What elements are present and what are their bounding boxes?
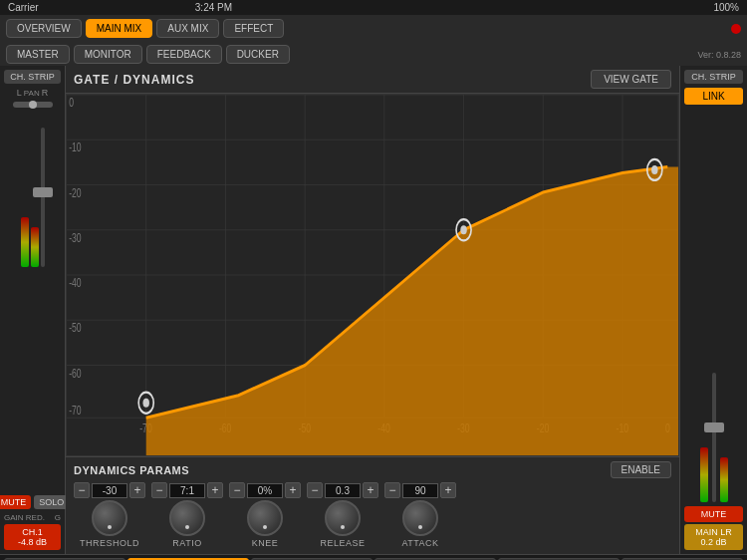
- right-mute-button[interactable]: MUTE: [684, 506, 743, 522]
- tab-overview[interactable]: OVERVIEW: [6, 19, 82, 38]
- svg-point-36: [651, 165, 657, 174]
- threshold-decrement[interactable]: −: [74, 482, 90, 498]
- release-increment[interactable]: +: [363, 482, 378, 498]
- pan-slider[interactable]: [13, 102, 53, 108]
- ratio-increment[interactable]: +: [207, 482, 223, 498]
- attack-increment[interactable]: +: [440, 482, 456, 498]
- tab-master[interactable]: MASTER: [6, 45, 70, 64]
- tab-feedback[interactable]: FEEDBACK: [146, 45, 222, 64]
- ratio-knob[interactable]: [169, 500, 205, 536]
- meter-bar-left: [21, 217, 29, 267]
- gain-red-label: GAIN RED.: [4, 513, 45, 522]
- meter-bar-right: [31, 227, 39, 267]
- right-channel-strip: CH. STRIP LINK MUTE MAIN LR 0.2 dB: [679, 66, 747, 554]
- tab-aux-mix[interactable]: AUX MIX: [156, 19, 219, 38]
- attack-value: 90: [402, 483, 438, 498]
- pan-left-label: L: [17, 88, 22, 98]
- svg-text:-10: -10: [69, 141, 82, 154]
- right-fader-knob[interactable]: [704, 422, 724, 432]
- enable-button[interactable]: ENABLE: [611, 461, 671, 478]
- status-bar: Carrier 3:24 PM 100%: [0, 0, 747, 15]
- main-lr-box: MAIN LR 0.2 dB: [684, 524, 743, 550]
- right-ch-strip-label: CH. STRIP: [684, 70, 743, 84]
- view-gate-button[interactable]: VIEW GATE: [591, 70, 671, 89]
- right-meter-bar-1: [700, 447, 708, 502]
- main-lr-label: MAIN LR: [688, 527, 739, 537]
- tab-ducker[interactable]: DUCKER: [226, 45, 290, 64]
- param-knee: − 0% + KNEE: [229, 482, 301, 548]
- dynamics-graph: 0 -10 -20 -30 -40 -50 -60 -70 -70 -60 -5…: [67, 95, 678, 455]
- link-button[interactable]: LINK: [684, 88, 743, 105]
- time-text: 3:24 PM: [39, 2, 389, 13]
- threshold-stepper: − -30 +: [74, 482, 145, 498]
- tab-effect[interactable]: EFFECT: [223, 19, 284, 38]
- main-lr-db: 0.2 dB: [688, 537, 739, 547]
- channel-name: CH.1: [8, 527, 57, 537]
- right-fader-track[interactable]: [712, 373, 716, 502]
- battery-text: 100%: [388, 2, 739, 13]
- channel-label-box: CH.1 -4.8 dB: [4, 524, 61, 550]
- pan-control[interactable]: L PAN R: [17, 88, 48, 98]
- pan-right-label: R: [42, 88, 49, 98]
- svg-text:-60: -60: [69, 367, 82, 380]
- knee-stepper: − 0% +: [229, 482, 301, 498]
- right-fader-area: [684, 109, 743, 502]
- threshold-label: THRESHOLD: [80, 538, 139, 548]
- dynamics-params-header: DYNAMICS PARAMS ENABLE: [74, 461, 671, 478]
- dynamics-params: DYNAMICS PARAMS ENABLE − -30 + THRESHOLD: [66, 456, 679, 554]
- dynamics-params-title: DYNAMICS PARAMS: [74, 464, 189, 476]
- svg-text:-50: -50: [69, 322, 82, 335]
- threshold-knob-dot: [108, 525, 112, 529]
- gate-header: GATE / DYNAMICS VIEW GATE: [66, 66, 679, 94]
- mute-solo-row: MUTE SOLO: [0, 495, 69, 509]
- main-layout: CH. STRIP L PAN R MUTE SOLO GAIN RED. G: [0, 66, 747, 554]
- threshold-knob[interactable]: [92, 500, 127, 536]
- attack-knob[interactable]: [402, 500, 438, 536]
- release-decrement[interactable]: −: [307, 482, 323, 498]
- release-knob-dot: [341, 525, 345, 529]
- gate-title: GATE / DYNAMICS: [74, 73, 194, 87]
- param-attack: − 90 + ATTACK: [384, 482, 456, 548]
- svg-text:-30: -30: [69, 231, 82, 244]
- release-label: RELEASE: [320, 538, 365, 548]
- ratio-knob-dot: [185, 525, 189, 529]
- svg-text:0: 0: [69, 97, 74, 110]
- g-label: G: [55, 513, 61, 522]
- pan-slider-knob: [29, 101, 37, 109]
- left-channel-strip: CH. STRIP L PAN R MUTE SOLO GAIN RED. G: [0, 66, 66, 554]
- fader-knob[interactable]: [33, 187, 53, 197]
- right-meter-bar-2: [720, 457, 728, 502]
- svg-text:-70: -70: [69, 405, 82, 418]
- center-area: GATE / DYNAMICS VIEW GATE: [66, 66, 679, 554]
- version-text: Ver: 0.8.28: [697, 50, 741, 60]
- params-row: − -30 + THRESHOLD − 7:1 +: [74, 482, 671, 548]
- rec-indicator: [731, 24, 741, 34]
- tab-main-mix[interactable]: MAIN MIX: [86, 19, 153, 38]
- tab-monitor[interactable]: MONITOR: [74, 45, 142, 64]
- attack-knob-dot: [418, 525, 422, 529]
- svg-text:-20: -20: [69, 186, 82, 199]
- knee-increment[interactable]: +: [285, 482, 301, 498]
- channel-db: -4.8 dB: [8, 537, 57, 547]
- left-solo-button[interactable]: SOLO: [34, 495, 69, 509]
- knee-decrement[interactable]: −: [229, 482, 245, 498]
- release-stepper: − 0.3 +: [307, 482, 378, 498]
- ratio-decrement[interactable]: −: [151, 482, 167, 498]
- graph-area[interactable]: 0 -10 -20 -30 -40 -50 -60 -70 -70 -60 -5…: [66, 94, 679, 456]
- knee-label: KNEE: [252, 538, 279, 548]
- left-mute-button[interactable]: MUTE: [0, 495, 31, 509]
- left-ch-strip-label: CH. STRIP: [4, 70, 61, 84]
- svg-point-35: [142, 399, 148, 408]
- attack-label: ATTACK: [401, 538, 438, 548]
- knee-knob[interactable]: [247, 500, 283, 536]
- param-threshold: − -30 + THRESHOLD: [74, 482, 145, 548]
- ratio-stepper: − 7:1 +: [151, 482, 223, 498]
- attack-decrement[interactable]: −: [384, 482, 400, 498]
- svg-text:-40: -40: [69, 277, 82, 290]
- fader-track[interactable]: [41, 128, 45, 267]
- threshold-increment[interactable]: +: [129, 482, 145, 498]
- release-knob[interactable]: [325, 500, 361, 536]
- attack-stepper: − 90 +: [384, 482, 456, 498]
- bottom-bar: PRE / CONFIG GATE / DYN EQ SENDS LABEL E…: [0, 554, 747, 560]
- fader-area: [4, 108, 61, 491]
